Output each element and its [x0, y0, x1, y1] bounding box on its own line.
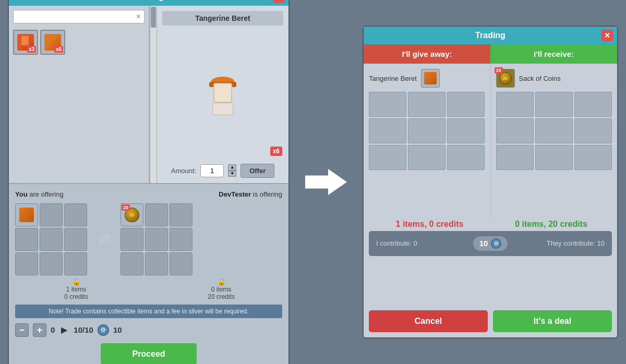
give-stats: 1 items, 0 credits: [369, 220, 490, 229]
inventory-items: x3 x6: [13, 30, 145, 55]
split-header: I'll give away: I'll receive:: [364, 44, 617, 64]
i-contribute-label: I contribute: 0: [376, 239, 473, 247]
recv-empty-cell-5: [574, 118, 612, 143]
direction-arrow: [305, 169, 347, 195]
credits-row: − + 0 ▶ 10/10 ⊙ 10: [15, 323, 282, 337]
you-trade-cell-8[interactable]: [64, 252, 87, 275]
inventory-panel: × x3 x6: [9, 6, 150, 183]
recv-empty-cell-4: [535, 118, 573, 143]
give-stats-text: 1 items, 0 credits: [396, 220, 464, 228]
dev-trade-cell-5[interactable]: [170, 228, 192, 251]
you-trade-cell-7[interactable]: [40, 252, 63, 275]
contribute-icon: ⊙: [491, 238, 501, 249]
right-spacer: [364, 261, 617, 306]
dev-offering-label: DevTester is offering: [219, 190, 282, 198]
minus-button[interactable]: −: [15, 323, 29, 337]
give-header: I'll give away:: [364, 44, 490, 64]
you-trade-cell-1[interactable]: [40, 203, 63, 226]
contribute-center: 10 ⊙: [473, 236, 508, 251]
plus-button[interactable]: +: [33, 323, 46, 337]
scroll-thumb: [151, 7, 156, 28]
give-empty-cell-4: [408, 118, 446, 143]
right-close-button[interactable]: ✕: [601, 30, 613, 41]
inventory-scrollbar[interactable]: [150, 6, 157, 183]
inventory-item-hat[interactable]: x6: [40, 30, 65, 55]
recv-empty-cell-1: [535, 92, 573, 117]
receive-item-thumb: 20: [496, 69, 515, 88]
you-trade-cell-2[interactable]: [64, 203, 87, 226]
left-close-button[interactable]: ✕: [273, 0, 284, 3]
dev-trade-cell-3[interactable]: [121, 228, 143, 251]
dev-trade-cell-8[interactable]: [170, 252, 192, 275]
credits-left-value: 0: [51, 325, 55, 334]
dev-trade-cell-2[interactable]: [170, 203, 192, 226]
dev-items-count: 0 items: [160, 286, 282, 293]
inventory-item-potion[interactable]: x3: [13, 30, 38, 55]
right-credits-bar: I contribute: 0 10 ⊙ They contribute: 10: [369, 231, 612, 256]
contribute-num: 10: [479, 239, 488, 248]
amount-input[interactable]: [200, 164, 224, 177]
dev-trade-cell-0[interactable]: 20: [121, 203, 143, 226]
recv-empty-cell-3: [496, 118, 534, 143]
give-empty-cell-3: [369, 118, 406, 143]
receive-coin-sack-icon: [499, 72, 512, 84]
trade-arrows: ⇄: [92, 231, 115, 247]
you-trade-cell-6[interactable]: [15, 252, 38, 275]
lock-icon-dev: 🔒: [217, 277, 226, 286]
search-bar: ×: [13, 10, 145, 23]
recv-empty-cell-6: [496, 145, 534, 170]
dev-trade-cell-7[interactable]: [145, 252, 168, 275]
spin-up[interactable]: ▲: [228, 164, 236, 171]
item-badge-x6: x6: [54, 46, 63, 53]
offer-button[interactable]: Offer: [240, 164, 274, 178]
receive-column: 20 Sack of Coins: [491, 64, 618, 220]
item-display-name: Tangerine Beret: [162, 11, 283, 26]
right-window-title: Trading: [475, 31, 505, 40]
amount-row: Amount: ▲ ▼ Offer: [171, 164, 274, 178]
trade-area-header: You You are offering are offering DevTes…: [15, 190, 282, 198]
left-window-title: Trading: [134, 0, 164, 2]
you-offering-label: You You are offering are offering: [15, 190, 64, 198]
you-trade-cell-3[interactable]: [15, 228, 38, 251]
receive-empty-grid: [496, 92, 612, 170]
coin-sack-container: 20: [125, 208, 139, 222]
recv-empty-cell-0: [496, 92, 534, 117]
right-title-bar: Trading ✕: [364, 27, 617, 44]
give-empty-cell-5: [447, 118, 485, 143]
spin-down[interactable]: ▼: [228, 171, 236, 177]
arrow-divider: ▶: [61, 325, 67, 335]
receive-stats: 0 items, 20 credits: [490, 220, 612, 229]
you-trade-cell-4[interactable]: [40, 228, 63, 251]
receive-item-row: 20 Sack of Coins: [496, 69, 612, 88]
cancel-button[interactable]: Cancel: [369, 310, 488, 332]
left-top-section: × x3 x6: [9, 6, 288, 183]
its-a-deal-button[interactable]: It's a deal: [493, 310, 612, 332]
dev-credits-count: 20 credits: [160, 293, 282, 300]
dev-trade-cell-4[interactable]: [145, 228, 168, 251]
right-bottom-buttons: Cancel It's a deal: [364, 305, 617, 337]
receive-stats-text: 0 items, 20 credits: [515, 220, 587, 228]
proceed-button[interactable]: Proceed: [101, 343, 196, 365]
you-items-count: 1 items: [15, 286, 137, 293]
amount-label: Amount:: [171, 167, 196, 175]
you-trade-cell-5[interactable]: [64, 228, 87, 251]
you-summary: 🔒 1 items 0 credits: [15, 277, 137, 300]
you-credits-count: 0 credits: [15, 293, 137, 300]
give-item-name: Tangerine Beret: [369, 75, 417, 82]
dev-trade-cell-6[interactable]: [121, 252, 143, 275]
they-contribute-label: They contribute: 10: [508, 239, 605, 247]
you-trade-cell-0[interactable]: [15, 203, 38, 226]
trade-grids: ⇄ 20: [15, 203, 282, 275]
give-empty-cell-0: [369, 92, 406, 117]
right-trade-content: Tangerine Beret: [364, 64, 617, 220]
search-input[interactable]: [17, 13, 136, 20]
dev-trade-cell-1[interactable]: [145, 203, 168, 226]
clear-search-icon[interactable]: ×: [136, 13, 141, 21]
receive-coin-badge: 20: [495, 67, 503, 74]
spin-buttons: ▲ ▼: [228, 164, 236, 177]
give-empty-cell-2: [447, 92, 485, 117]
trade-summary-row: 🔒 1 items 0 credits 🔒 0 items 20 credits: [15, 277, 282, 300]
recv-empty-cell-2: [574, 92, 612, 117]
dev-summary: 🔒 0 items 20 credits: [160, 277, 282, 300]
give-hat-icon: [424, 72, 437, 84]
